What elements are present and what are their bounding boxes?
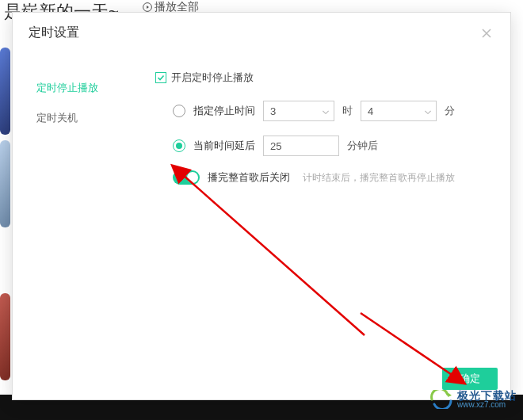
checkbox-icon[interactable]	[155, 72, 166, 83]
timer-settings-modal: 定时设置 定时停止播放 定时关机 开启定时停止播放 指定停止时间	[12, 12, 511, 400]
delay-unit: 分钟后	[347, 139, 378, 153]
finish-song-toggle[interactable]	[173, 170, 200, 185]
hour-unit: 时	[342, 104, 353, 118]
enable-label: 开启定时停止播放	[171, 71, 254, 85]
option-delay-label: 当前时间延后	[193, 139, 255, 153]
watermark-name: 极光下载站	[457, 390, 517, 401]
chevron-down-icon	[323, 105, 329, 117]
toggle-hint: 计时结束后，播完整首歌再停止播放	[303, 171, 455, 185]
option-specify-time: 指定停止时间 3 时 4 分	[173, 101, 494, 121]
content-panel: 开启定时停止播放 指定停止时间 3 时 4 分	[139, 53, 510, 360]
watermark-url: www.xz7.com	[457, 401, 517, 409]
enable-checkbox-row[interactable]: 开启定时停止播放	[155, 71, 494, 85]
option-specify-label: 指定停止时间	[193, 104, 255, 118]
watermark-logo-icon	[429, 390, 453, 409]
toggle-label: 播完整首歌后关闭	[208, 170, 290, 185]
modal-title: 定时设置	[29, 25, 79, 41]
radio-specify[interactable]	[173, 105, 185, 117]
minute-value: 4	[368, 105, 373, 117]
sidebar-item-shutdown[interactable]: 定时关机	[13, 103, 139, 133]
radio-delay[interactable]	[173, 139, 185, 152]
hour-select[interactable]: 3	[263, 101, 334, 121]
sidebar: 定时停止播放 定时关机	[13, 53, 139, 360]
sidebar-item-label: 定时停止播放	[36, 82, 98, 94]
minute-unit: 分	[445, 104, 455, 118]
close-icon[interactable]	[479, 25, 494, 41]
watermark: 极光下载站 www.xz7.com	[429, 390, 517, 409]
finish-song-toggle-row: 播完整首歌后关闭 计时结束后，播完整首歌再停止播放	[173, 170, 494, 185]
modal-header: 定时设置	[13, 13, 510, 53]
hour-value: 3	[270, 105, 276, 117]
minute-select[interactable]: 4	[361, 101, 437, 121]
chevron-down-icon	[425, 105, 431, 117]
delay-input[interactable]: 25	[263, 136, 339, 156]
sidebar-item-label: 定时关机	[36, 112, 78, 124]
sidebar-item-stop-playback[interactable]: 定时停止播放	[13, 73, 139, 103]
confirm-button[interactable]: 确定	[442, 368, 498, 390]
option-delay-time: 当前时间延后 25 分钟后	[173, 136, 494, 156]
